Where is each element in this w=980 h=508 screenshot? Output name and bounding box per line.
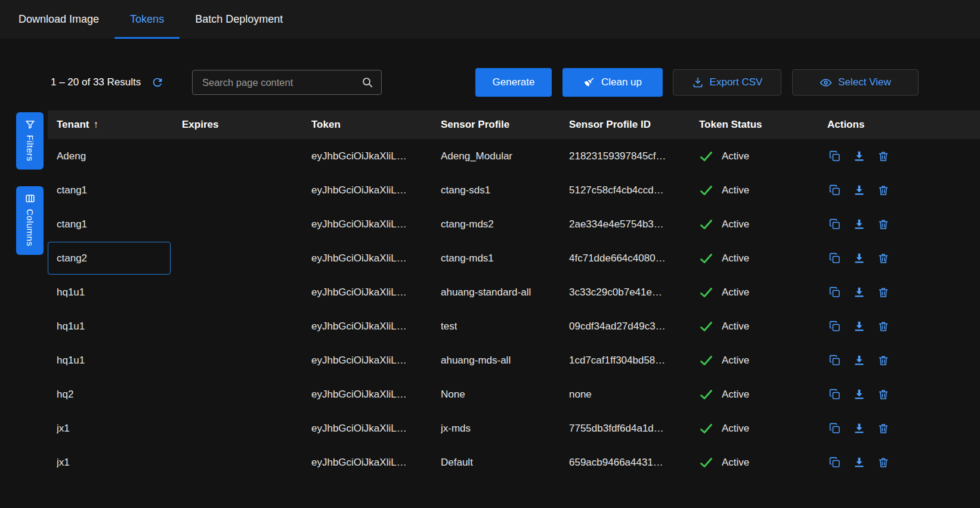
download-token-button[interactable] — [852, 285, 866, 300]
copy-token-button[interactable] — [827, 285, 842, 300]
copy-token-button[interactable] — [827, 251, 842, 266]
cell-token[interactable]: eyJhbGciOiJkaXliL… — [302, 377, 432, 411]
cell-token[interactable]: eyJhbGciOiJkaXliL… — [302, 139, 432, 173]
refresh-button[interactable] — [150, 75, 165, 90]
cell-token[interactable]: eyJhbGciOiJkaXliL… — [302, 309, 432, 343]
delete-token-button[interactable] — [876, 455, 891, 470]
cell-expires[interactable] — [173, 139, 302, 173]
header-expires[interactable]: Expires — [173, 119, 302, 131]
cell-expires[interactable] — [173, 173, 302, 207]
cell-sensor-profile[interactable]: ctang-mds2 — [432, 207, 560, 241]
delete-token-button[interactable] — [876, 421, 891, 436]
header-sensor-profile[interactable]: Sensor Profile — [432, 119, 560, 131]
cell-sensor-profile-id[interactable]: 4fc71dde664c4080… — [560, 241, 690, 275]
generate-button[interactable]: Generate — [475, 68, 552, 97]
download-token-button[interactable] — [852, 455, 866, 470]
cell-expires[interactable] — [173, 445, 302, 479]
cell-tenant[interactable]: Adeng — [48, 139, 173, 173]
columns-side-tab[interactable]: Columns — [16, 186, 44, 255]
cell-token[interactable]: eyJhbGciOiJkaXliL… — [302, 173, 432, 207]
export-csv-button[interactable]: Export CSV — [673, 69, 781, 96]
cell-token-status: Active — [690, 139, 818, 173]
select-view-button[interactable]: Select View — [792, 69, 919, 96]
cell-token[interactable]: eyJhbGciOiJkaXliL… — [302, 445, 432, 479]
download-token-button[interactable] — [852, 217, 866, 232]
cell-sensor-profile[interactable]: Default — [432, 445, 560, 479]
cell-sensor-profile-id[interactable]: none — [560, 377, 690, 411]
delete-token-button[interactable] — [876, 387, 891, 402]
cell-sensor-profile[interactable]: jx-mds — [432, 411, 560, 445]
cell-sensor-profile[interactable]: Adeng_Modular — [432, 139, 560, 173]
copy-token-button[interactable] — [827, 217, 842, 232]
cell-expires[interactable] — [173, 275, 302, 309]
download-token-button[interactable] — [852, 353, 866, 368]
delete-token-button[interactable] — [876, 149, 891, 164]
header-token-status[interactable]: Token Status — [690, 119, 818, 131]
cell-token[interactable]: eyJhbGciOiJkaXliL… — [302, 411, 432, 445]
cell-sensor-profile-id[interactable]: 09cdf34ad27d49c3… — [560, 309, 690, 343]
cell-sensor-profile-id[interactable]: 3c33c29c0b7e41e… — [560, 275, 690, 309]
cell-expires[interactable] — [173, 241, 302, 275]
delete-token-button[interactable] — [876, 251, 891, 266]
cell-tenant[interactable]: hq2 — [48, 377, 173, 411]
search-input[interactable] — [202, 77, 361, 88]
download-token-button[interactable] — [852, 149, 866, 164]
cell-tenant[interactable]: jx1 — [48, 445, 173, 479]
cell-expires[interactable] — [173, 377, 302, 411]
cell-tenant[interactable]: ctang1 — [48, 207, 173, 241]
download-token-button[interactable] — [852, 319, 866, 334]
cell-sensor-profile[interactable]: None — [432, 377, 560, 411]
download-icon — [853, 252, 865, 264]
tab-batch-deployment[interactable]: Batch Deployment — [180, 0, 298, 39]
download-token-button[interactable] — [852, 387, 866, 402]
cell-sensor-profile[interactable]: test — [432, 309, 560, 343]
cell-token[interactable]: eyJhbGciOiJkaXliL… — [302, 241, 432, 275]
cell-token[interactable]: eyJhbGciOiJkaXliL… — [302, 207, 432, 241]
download-token-button[interactable] — [852, 183, 866, 198]
delete-token-button[interactable] — [876, 319, 891, 334]
download-token-button[interactable] — [852, 421, 866, 436]
copy-token-button[interactable] — [827, 455, 842, 470]
cell-tenant[interactable]: hq1u1 — [48, 343, 173, 377]
cell-expires[interactable] — [173, 411, 302, 445]
cell-token[interactable]: eyJhbGciOiJkaXliL… — [302, 343, 432, 377]
cell-sensor-profile[interactable]: ahuang-standard-all — [432, 275, 560, 309]
cell-token[interactable]: eyJhbGciOiJkaXliL… — [302, 275, 432, 309]
copy-token-button[interactable] — [827, 149, 842, 164]
header-token[interactable]: Token — [302, 119, 432, 131]
cell-sensor-profile-id[interactable]: 21823159397845cf… — [560, 139, 690, 173]
copy-token-button[interactable] — [827, 353, 842, 368]
delete-token-button[interactable] — [876, 183, 891, 198]
cell-sensor-profile-id[interactable]: 659acb9466a4431… — [560, 445, 690, 479]
cell-expires[interactable] — [173, 207, 302, 241]
copy-token-button[interactable] — [827, 387, 842, 402]
cell-tenant[interactable]: ctang1 — [48, 173, 173, 207]
header-tenant[interactable]: Tenant ↑ — [48, 119, 173, 131]
cell-tenant[interactable]: jx1 — [48, 411, 173, 445]
delete-token-button[interactable] — [876, 217, 891, 232]
cell-sensor-profile[interactable]: ctang-mds1 — [432, 241, 560, 275]
copy-token-button[interactable] — [827, 421, 842, 436]
delete-token-button[interactable] — [876, 353, 891, 368]
cell-tenant[interactable]: ctang2 — [48, 242, 171, 275]
cell-sensor-profile-id[interactable]: 2ae334e4e5754b3… — [560, 207, 690, 241]
cell-sensor-profile[interactable]: ahuang-mds-all — [432, 343, 560, 377]
cell-sensor-profile-id[interactable]: 5127c58cf4cb4ccd… — [560, 173, 690, 207]
copy-token-button[interactable] — [827, 319, 842, 334]
download-token-button[interactable] — [852, 251, 866, 266]
cell-tenant[interactable]: hq1u1 — [48, 275, 173, 309]
tab-download-image[interactable]: Download Image — [3, 0, 115, 39]
cell-expires[interactable] — [173, 309, 302, 343]
filters-side-tab[interactable]: Filters — [16, 112, 44, 170]
delete-token-button[interactable] — [876, 285, 891, 300]
cell-expires[interactable] — [173, 343, 302, 377]
clean-up-button[interactable]: Clean up — [562, 68, 663, 97]
cell-sensor-profile-id[interactable]: 1cd7caf1ff304bd58… — [560, 343, 690, 377]
header-sensor-profile-id[interactable]: Sensor Profile ID — [560, 119, 690, 131]
download-icon — [853, 150, 865, 162]
cell-sensor-profile-id[interactable]: 7755db3fdf6d4a1d… — [560, 411, 690, 445]
tab-tokens[interactable]: Tokens — [115, 0, 180, 39]
copy-token-button[interactable] — [827, 183, 842, 198]
cell-sensor-profile[interactable]: ctang-sds1 — [432, 173, 560, 207]
cell-tenant[interactable]: hq1u1 — [48, 309, 173, 343]
